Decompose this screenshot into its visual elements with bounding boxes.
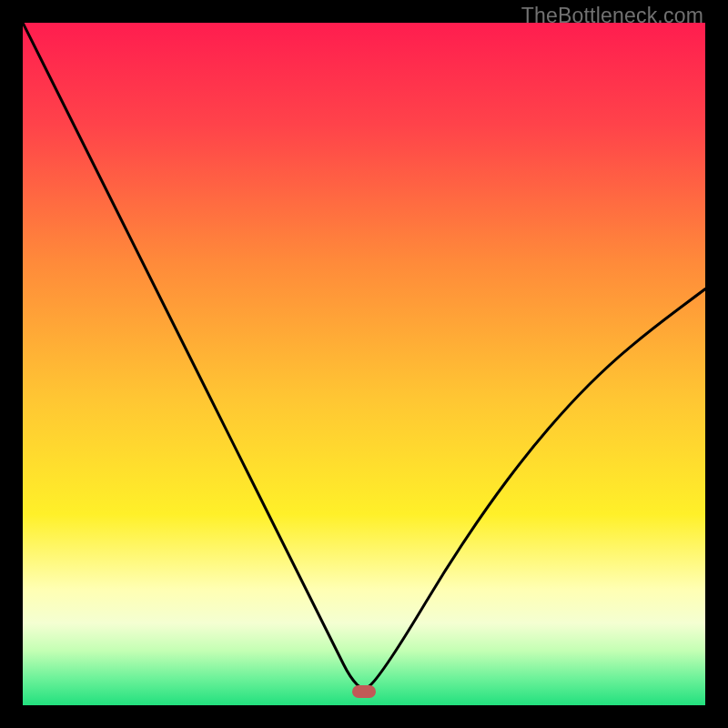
chart-background <box>23 23 705 705</box>
optimal-marker <box>352 685 376 698</box>
chart-frame <box>23 23 705 705</box>
watermark-text: TheBottleneck.com <box>521 4 703 28</box>
bottleneck-chart <box>23 23 705 705</box>
